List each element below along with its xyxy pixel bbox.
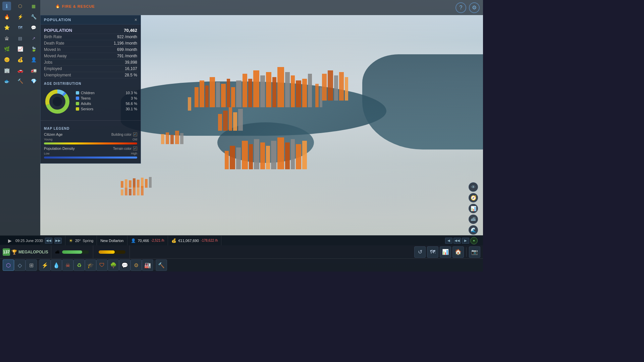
svg-rect-18 — [296, 80, 301, 107]
sidebar-icon-info[interactable]: ℹ — [2, 2, 11, 10]
svg-rect-41 — [266, 146, 270, 169]
sidebar-icon-hammer[interactable]: 🔨 — [16, 77, 24, 85]
sidebar-icon-coin[interactable]: 💰 — [16, 55, 24, 64]
sidebar-icon-lightning[interactable]: ⚡ — [16, 12, 24, 21]
sidebar-icon-fish[interactable]: 🐟 — [2, 77, 11, 85]
toolbar-btn-parks2[interactable]: 🌳 — [108, 259, 119, 271]
citizen-age-label: Citizen Age — [44, 132, 63, 136]
sidebar-icon-chart[interactable]: 📈 — [16, 45, 24, 53]
stat-label-movedaway: Moved Away — [44, 54, 67, 58]
toolbar-btn-bulldoze[interactable]: 🔨 — [156, 259, 167, 271]
toolbar-btn-comms2[interactable]: 💬 — [119, 259, 130, 271]
sidebar-icon-person[interactable]: 👤 — [29, 55, 38, 64]
svg-rect-22 — [315, 84, 319, 107]
toolbar-btn-roads[interactable]: ⊞ — [25, 259, 37, 271]
svg-rect-50 — [129, 180, 131, 188]
sidebar-icon-zones[interactable]: ▦ — [29, 2, 38, 10]
svg-rect-1 — [200, 80, 204, 107]
toolbar-btn-rotate[interactable]: ↺ — [414, 246, 426, 258]
play-button[interactable]: ▶ — [6, 237, 13, 244]
svg-rect-7 — [231, 87, 235, 107]
temperature: 20° — [75, 239, 81, 243]
sidebar-icon-star[interactable]: ⭐ — [2, 23, 11, 32]
svg-rect-54 — [145, 179, 148, 188]
fire-rescue-text: FIRE & RESCUE — [62, 4, 95, 8]
sidebar-icon-truck[interactable]: 🚛 — [29, 66, 38, 75]
nav-city-btn[interactable]: 🏙 — [469, 215, 478, 224]
help-button[interactable]: ? — [455, 2, 466, 13]
teens-pct: 3 % — [131, 96, 137, 100]
nav-overview-btn[interactable]: 👁 — [469, 182, 478, 192]
toolbar-btn-camera[interactable]: 📷 — [469, 246, 480, 258]
population-density-label: Population Density — [44, 146, 75, 150]
toolbar-btn-electric[interactable]: ⚡ — [39, 259, 51, 271]
population-delta: -2,521 /h — [151, 239, 164, 242]
toolbar-btn-education[interactable]: 🎓 — [85, 259, 96, 271]
sidebar-icon-road[interactable]: 🛣 — [2, 34, 11, 43]
sidebar-icon-map2[interactable]: 🗺 — [16, 23, 24, 32]
stat-value-birth: 922 /month — [117, 35, 137, 39]
building-color-label: Building color — [111, 133, 131, 136]
sidebar-icon-arrow[interactable]: ↗ — [29, 34, 38, 43]
svg-rect-36 — [236, 147, 241, 169]
speed-3-btn[interactable]: ▶ — [462, 238, 469, 244]
teens-label: Teens — [81, 96, 91, 100]
legend-adults: Adults 56.6 % — [76, 102, 137, 106]
sidebar-icon-wrench[interactable]: 🔧 — [29, 12, 38, 21]
svg-point-71 — [53, 97, 62, 106]
panel-close-button[interactable]: × — [135, 17, 137, 22]
nav-compass-btn[interactable]: 🧭 — [469, 193, 478, 202]
nav-water-btn[interactable]: 🌊 — [469, 225, 478, 235]
toolbar-btn-garbage[interactable]: ♻ — [73, 259, 85, 271]
svg-rect-58 — [129, 189, 131, 195]
sidebar-icon-car[interactable]: 🚗 — [16, 66, 24, 75]
stat-label-movedin: Moved In — [44, 47, 60, 52]
toolbar-btn-industry[interactable]: 🏭 — [142, 259, 153, 271]
speed-2-btn[interactable]: ◀◀ — [453, 238, 461, 244]
sidebar-icon-leaf[interactable]: 🍃 — [29, 45, 38, 53]
stat-label-unemployment: Unemployment — [44, 73, 71, 77]
svg-rect-48 — [121, 181, 123, 188]
svg-rect-19 — [302, 79, 307, 107]
sidebar-icon-fire[interactable]: 🔥 — [2, 12, 11, 21]
svg-rect-4 — [216, 82, 220, 107]
sidebar-icon-grid[interactable]: ▤ — [16, 34, 24, 43]
nav-stats-btn[interactable]: 📊 — [469, 204, 478, 213]
toolbar-btn-oil[interactable]: ⚙ — [130, 259, 142, 271]
sidebar-icon-building[interactable]: 🏢 — [2, 66, 11, 75]
low-label: Low — [44, 152, 50, 155]
toolbar-btn-home[interactable]: 🏠 — [452, 246, 464, 258]
toolbar-btn-water2[interactable]: 💧 — [51, 259, 62, 271]
money-icon: 💰 — [171, 238, 176, 243]
sidebar-icon-chat[interactable]: 💬 — [29, 23, 38, 32]
speed-1-btn[interactable]: ◀ — [445, 238, 452, 244]
sidebar-icon-land[interactable]: ⬡ — [16, 2, 24, 10]
toolbar-btn-map[interactable]: 🗺 — [427, 246, 438, 258]
toolbar-btn-zones[interactable]: ⬡ — [3, 259, 14, 271]
svg-rect-51 — [133, 178, 136, 188]
svg-rect-49 — [125, 179, 127, 188]
svg-rect-21 — [188, 97, 191, 111]
toolbar-btn-chart[interactable]: 📊 — [440, 246, 451, 258]
city-name: New Dollarton — [100, 239, 123, 243]
svg-rect-46 — [296, 144, 301, 169]
next-speed-btn[interactable]: ▶▶ — [54, 238, 62, 244]
building-color-checkbox[interactable]: ✓ — [133, 132, 137, 136]
toolbar-btn-zones2[interactable]: ◇ — [14, 259, 25, 271]
prev-speed-btn[interactable]: ◀◀ — [45, 238, 52, 244]
sidebar-icon-smiley[interactable]: 😊 — [2, 55, 11, 64]
svg-rect-38 — [249, 144, 253, 169]
status-online-btn[interactable]: ● — [470, 237, 478, 244]
stat-row-unemployment: Unemployment 28.5 % — [44, 72, 137, 78]
stat-value-movedaway: 791 /month — [117, 54, 137, 58]
toolbar-btn-sewage[interactable]: ☠ — [62, 259, 73, 271]
sidebar-icon-green[interactable]: 🌿 — [2, 45, 11, 53]
seniors-label: Seniors — [81, 107, 93, 111]
terrain-color-checkbox[interactable]: ✓ — [133, 146, 137, 150]
stat-label-jobs: Jobs — [44, 60, 52, 65]
settings-button[interactable]: ⚙ — [469, 2, 480, 13]
adults-pct: 56.6 % — [126, 102, 137, 106]
sidebar-icon-diamond[interactable]: 💎 — [29, 77, 38, 85]
toolbar-btn-fire2[interactable]: 🛡 — [96, 259, 108, 271]
svg-rect-63 — [166, 132, 169, 144]
